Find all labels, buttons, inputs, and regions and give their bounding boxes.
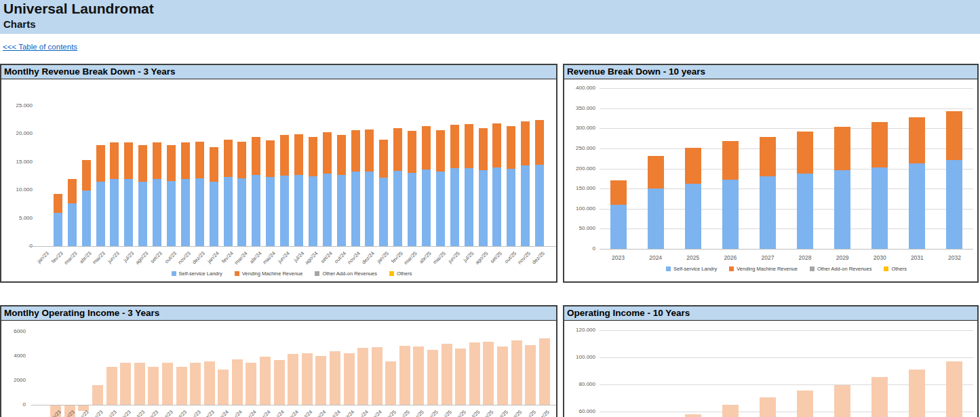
bar-self-service-landry[interactable] bbox=[237, 178, 246, 246]
bar-vending-machine-revenue[interactable] bbox=[436, 130, 445, 172]
bar-vending-machine-revenue[interactable] bbox=[408, 131, 416, 173]
bar-self-service-landry[interactable] bbox=[871, 167, 888, 249]
bar-operating-income[interactable] bbox=[909, 370, 925, 417]
bar-vending-machine-revenue[interactable] bbox=[379, 140, 388, 178]
bar-operating-income[interactable] bbox=[871, 377, 888, 417]
bar-vending-machine-revenue[interactable] bbox=[521, 121, 530, 165]
bar-self-service-landry[interactable] bbox=[422, 170, 431, 246]
bar-self-service-landry[interactable] bbox=[337, 175, 346, 246]
legend-item[interactable]: Self-service Landry bbox=[666, 266, 717, 272]
bar-operating-income[interactable] bbox=[539, 338, 550, 405]
bar-vending-machine-revenue[interactable] bbox=[224, 140, 233, 177]
bar-operating-income[interactable] bbox=[232, 359, 243, 405]
chart-panel-annual-operating-income[interactable]: Operating Income - 10 Years 020.00040.00… bbox=[563, 305, 979, 417]
bar-vending-machine-revenue[interactable] bbox=[797, 132, 813, 174]
bar-operating-income[interactable] bbox=[469, 342, 480, 405]
bar-vending-machine-revenue[interactable] bbox=[323, 132, 332, 174]
legend-item[interactable]: Others bbox=[884, 266, 907, 272]
bar-self-service-landry[interactable] bbox=[280, 176, 289, 246]
bar-operating-income[interactable] bbox=[288, 354, 298, 405]
bar-vending-machine-revenue[interactable] bbox=[167, 145, 176, 180]
bar-operating-income[interactable] bbox=[315, 356, 326, 405]
bar-operating-income[interactable] bbox=[497, 346, 508, 405]
bar-operating-income[interactable] bbox=[685, 414, 701, 417]
bar-operating-income[interactable] bbox=[344, 353, 355, 405]
bar-self-service-landry[interactable] bbox=[722, 180, 739, 249]
bar-self-service-landry[interactable] bbox=[610, 205, 627, 249]
bar-vending-machine-revenue[interactable] bbox=[210, 147, 218, 182]
bar-vending-machine-revenue[interactable] bbox=[266, 140, 275, 177]
bar-operating-income[interactable] bbox=[148, 367, 159, 405]
bar-vending-machine-revenue[interactable] bbox=[610, 180, 627, 205]
bar-self-service-landry[interactable] bbox=[521, 165, 530, 246]
bar-operating-income[interactable] bbox=[274, 360, 285, 405]
bar-vending-machine-revenue[interactable] bbox=[68, 179, 77, 203]
table-of-contents-link[interactable]: <<< Table of contents bbox=[3, 43, 77, 51]
bar-vending-machine-revenue[interactable] bbox=[479, 128, 488, 170]
bar-vending-machine-revenue[interactable] bbox=[96, 145, 105, 181]
chart-panel-monthly-revenue[interactable]: Montlhy Revenue Break Down - 3 Years 05.… bbox=[0, 64, 557, 283]
bar-vending-machine-revenue[interactable] bbox=[393, 128, 402, 171]
bar-self-service-landry[interactable] bbox=[351, 172, 360, 246]
bar-vending-machine-revenue[interactable] bbox=[110, 142, 119, 179]
bar-self-service-landry[interactable] bbox=[408, 173, 416, 246]
bar-vending-machine-revenue[interactable] bbox=[124, 142, 133, 179]
bar-operating-income[interactable] bbox=[260, 357, 271, 405]
bar-operating-income[interactable] bbox=[483, 342, 494, 405]
bar-vending-machine-revenue[interactable] bbox=[82, 160, 91, 191]
bar-operating-income[interactable] bbox=[511, 340, 522, 405]
bar-self-service-landry[interactable] bbox=[167, 181, 176, 246]
bar-operating-income[interactable] bbox=[330, 351, 340, 405]
bar-operating-income[interactable] bbox=[427, 350, 438, 405]
bar-operating-income[interactable] bbox=[797, 391, 813, 417]
bar-self-service-landry[interactable] bbox=[535, 165, 544, 246]
bar-self-service-landry[interactable] bbox=[96, 182, 105, 246]
bar-self-service-landry[interactable] bbox=[294, 175, 303, 246]
bar-operating-income[interactable] bbox=[455, 349, 466, 405]
bar-operating-income[interactable] bbox=[302, 353, 313, 405]
bar-vending-machine-revenue[interactable] bbox=[685, 148, 701, 184]
bar-vending-machine-revenue[interactable] bbox=[195, 142, 204, 179]
bar-vending-machine-revenue[interactable] bbox=[760, 137, 776, 176]
legend-item[interactable]: Vending Machine Revenue bbox=[729, 266, 798, 272]
bar-self-service-landry[interactable] bbox=[266, 177, 275, 246]
chart-panel-monthly-operating-income[interactable]: Montlhy Operating Income - 3 Years 02000… bbox=[0, 305, 557, 417]
bar-vending-machine-revenue[interactable] bbox=[365, 130, 374, 172]
bar-vending-machine-revenue[interactable] bbox=[294, 134, 303, 175]
bar-operating-income[interactable] bbox=[162, 363, 173, 405]
bar-operating-income[interactable] bbox=[525, 345, 536, 405]
bar-operating-income[interactable] bbox=[190, 363, 201, 405]
bar-self-service-landry[interactable] bbox=[210, 182, 218, 246]
bar-self-service-landry[interactable] bbox=[648, 188, 664, 249]
bar-operating-income[interactable] bbox=[134, 363, 145, 405]
bar-self-service-landry[interactable] bbox=[797, 174, 813, 249]
bar-operating-income[interactable] bbox=[946, 361, 962, 417]
bar-self-service-landry[interactable] bbox=[323, 174, 332, 246]
bar-operating-income[interactable] bbox=[92, 385, 103, 405]
bar-vending-machine-revenue[interactable] bbox=[138, 145, 147, 181]
bar-operating-income[interactable] bbox=[834, 385, 850, 417]
bar-vending-machine-revenue[interactable] bbox=[535, 120, 544, 165]
bar-self-service-landry[interactable] bbox=[760, 176, 776, 249]
bar-self-service-landry[interactable] bbox=[195, 178, 204, 246]
bar-vending-machine-revenue[interactable] bbox=[648, 156, 664, 189]
bar-self-service-landry[interactable] bbox=[110, 179, 119, 246]
bar-self-service-landry[interactable] bbox=[436, 172, 445, 246]
bar-self-service-landry[interactable] bbox=[153, 179, 161, 246]
bar-self-service-landry[interactable] bbox=[834, 170, 850, 249]
bar-self-service-landry[interactable] bbox=[181, 179, 190, 246]
bar-operating-income[interactable] bbox=[722, 405, 739, 417]
bar-self-service-landry[interactable] bbox=[309, 176, 317, 246]
bar-operating-income[interactable] bbox=[218, 370, 229, 405]
legend-item[interactable]: Other Add-on Revenues bbox=[315, 271, 376, 277]
legend-item[interactable]: Self-service Landry bbox=[172, 271, 222, 277]
bar-self-service-landry[interactable] bbox=[138, 182, 147, 246]
bar-self-service-landry[interactable] bbox=[492, 167, 501, 246]
bar-self-service-landry[interactable] bbox=[68, 203, 77, 246]
bar-operating-income[interactable] bbox=[442, 344, 452, 405]
legend-item[interactable]: Other Add-on Revenues bbox=[810, 266, 871, 272]
legend-item[interactable]: Vending Machine Revenue bbox=[235, 271, 303, 277]
bar-self-service-landry[interactable] bbox=[685, 184, 701, 249]
bar-vending-machine-revenue[interactable] bbox=[834, 127, 850, 170]
bar-self-service-landry[interactable] bbox=[507, 169, 515, 246]
